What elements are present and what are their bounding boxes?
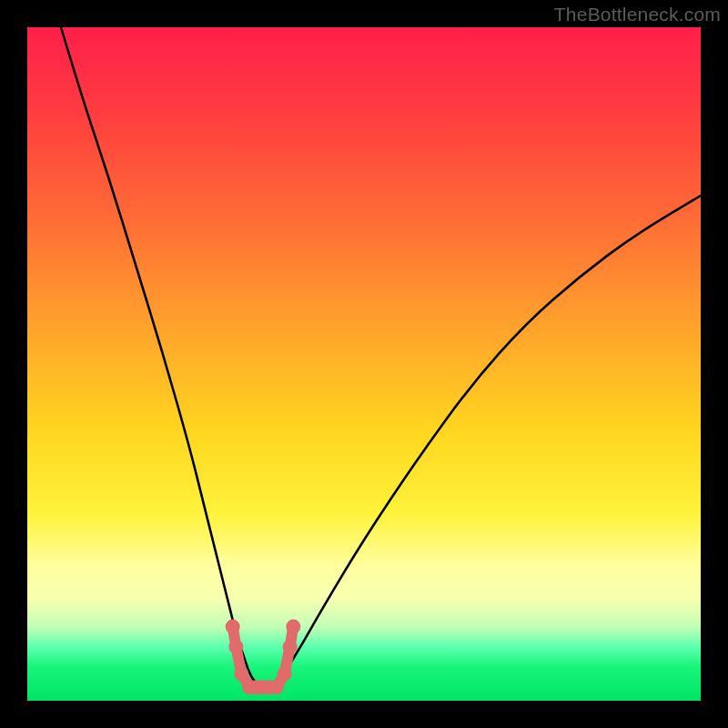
marker-dot	[286, 620, 300, 634]
marker-dot	[278, 666, 292, 681]
marker-dot	[283, 640, 298, 654]
marker-dot	[226, 620, 240, 634]
plot-area	[27, 27, 701, 701]
bottleneck-curve	[61, 27, 701, 687]
curve-layer	[27, 27, 701, 701]
marker-dot	[269, 680, 284, 694]
marker-dot	[228, 640, 243, 654]
marker-dot	[234, 666, 248, 681]
figure-frame: TheBottleneck.com	[0, 0, 728, 728]
marker-cluster	[226, 620, 301, 695]
watermark-text: TheBottleneck.com	[554, 4, 721, 25]
